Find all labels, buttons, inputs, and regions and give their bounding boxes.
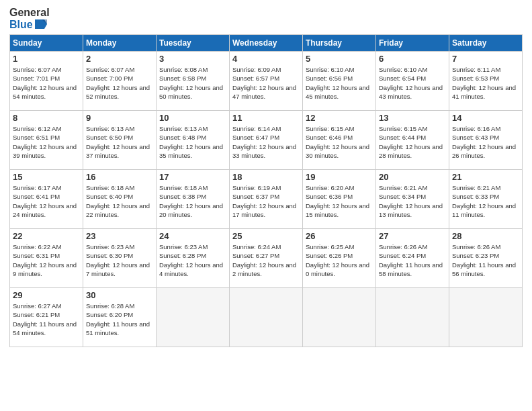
calendar-day-cell — [230, 288, 303, 347]
calendar-day-cell: 15Sunrise: 6:17 AMSunset: 6:41 PMDayligh… — [10, 170, 83, 229]
day-number: 13 — [379, 113, 446, 123]
weekday-header: Wednesday — [230, 35, 303, 52]
calendar-week-row: 29Sunrise: 6:27 AMSunset: 6:21 PMDayligh… — [10, 288, 523, 347]
day-detail: Sunrise: 6:25 AMSunset: 6:26 PMDaylight:… — [306, 242, 373, 278]
day-detail: Sunrise: 6:22 AMSunset: 6:31 PMDaylight:… — [13, 242, 80, 278]
day-number: 3 — [159, 54, 226, 64]
calendar-day-cell: 24Sunrise: 6:23 AMSunset: 6:28 PMDayligh… — [157, 229, 230, 288]
calendar-day-cell — [449, 288, 523, 347]
calendar-day-cell: 22Sunrise: 6:22 AMSunset: 6:31 PMDayligh… — [10, 229, 83, 288]
day-number: 16 — [86, 172, 153, 182]
day-detail: Sunrise: 6:20 AMSunset: 6:36 PMDaylight:… — [306, 183, 373, 219]
day-detail: Sunrise: 6:23 AMSunset: 6:28 PMDaylight:… — [159, 242, 226, 278]
day-detail: Sunrise: 6:26 AMSunset: 6:23 PMDaylight:… — [452, 242, 519, 278]
day-detail: Sunrise: 6:10 AMSunset: 6:56 PMDaylight:… — [306, 65, 373, 101]
day-number: 1 — [13, 54, 80, 64]
calendar-day-cell: 28Sunrise: 6:26 AMSunset: 6:23 PMDayligh… — [449, 229, 523, 288]
calendar-week-row: 22Sunrise: 6:22 AMSunset: 6:31 PMDayligh… — [10, 229, 523, 288]
day-number: 12 — [306, 113, 373, 123]
day-detail: Sunrise: 6:28 AMSunset: 6:20 PMDaylight:… — [86, 302, 153, 337]
day-number: 5 — [306, 54, 373, 64]
day-number: 10 — [159, 113, 226, 123]
day-detail: Sunrise: 6:07 AMSunset: 7:00 PMDaylight:… — [86, 65, 153, 101]
calendar-day-cell: 12Sunrise: 6:15 AMSunset: 6:46 PMDayligh… — [303, 111, 376, 170]
day-number: 14 — [452, 113, 519, 123]
day-number: 22 — [13, 231, 80, 241]
logo-general: General — [9, 7, 50, 19]
day-detail: Sunrise: 6:24 AMSunset: 6:27 PMDaylight:… — [232, 242, 300, 278]
weekday-header: Sunday — [10, 35, 83, 52]
calendar-day-cell: 21Sunrise: 6:21 AMSunset: 6:33 PMDayligh… — [449, 170, 523, 229]
calendar-table: SundayMondayTuesdayWednesdayThursdayFrid… — [9, 34, 523, 347]
day-detail: Sunrise: 6:08 AMSunset: 6:58 PMDaylight:… — [159, 65, 226, 101]
calendar-day-cell: 5Sunrise: 6:10 AMSunset: 6:56 PMDaylight… — [303, 52, 376, 111]
day-detail: Sunrise: 6:13 AMSunset: 6:48 PMDaylight:… — [159, 124, 226, 160]
calendar-day-cell: 16Sunrise: 6:18 AMSunset: 6:40 PMDayligh… — [83, 170, 157, 229]
calendar-day-cell: 25Sunrise: 6:24 AMSunset: 6:27 PMDayligh… — [230, 229, 303, 288]
weekday-header: Thursday — [303, 35, 376, 52]
day-number: 19 — [306, 172, 373, 182]
calendar-day-cell: 13Sunrise: 6:15 AMSunset: 6:44 PMDayligh… — [376, 111, 449, 170]
day-number: 23 — [86, 231, 153, 241]
calendar-week-row: 1Sunrise: 6:07 AMSunset: 7:01 PMDaylight… — [10, 52, 523, 111]
logo-wordmark: General Blue — [9, 7, 50, 30]
calendar-day-cell: 1Sunrise: 6:07 AMSunset: 7:01 PMDaylight… — [10, 52, 83, 111]
calendar-day-cell — [376, 288, 449, 347]
day-number: 7 — [452, 54, 519, 64]
calendar-day-cell: 9Sunrise: 6:13 AMSunset: 6:50 PMDaylight… — [83, 111, 157, 170]
day-number: 24 — [159, 231, 226, 241]
calendar-day-cell: 4Sunrise: 6:09 AMSunset: 6:57 PMDaylight… — [230, 52, 303, 111]
calendar-day-cell: 11Sunrise: 6:14 AMSunset: 6:47 PMDayligh… — [230, 111, 303, 170]
calendar-day-cell — [303, 288, 376, 347]
calendar-day-cell: 19Sunrise: 6:20 AMSunset: 6:36 PMDayligh… — [303, 170, 376, 229]
day-number: 26 — [306, 231, 373, 241]
logo: General Blue — [9, 7, 50, 30]
day-detail: Sunrise: 6:09 AMSunset: 6:57 PMDaylight:… — [232, 65, 300, 101]
day-detail: Sunrise: 6:16 AMSunset: 6:43 PMDaylight:… — [452, 124, 519, 160]
logo-flag-icon — [35, 19, 47, 29]
day-number: 15 — [13, 172, 80, 182]
weekday-header: Friday — [376, 35, 449, 52]
day-detail: Sunrise: 6:11 AMSunset: 6:53 PMDaylight:… — [452, 65, 519, 101]
day-number: 21 — [452, 172, 519, 182]
calendar-day-cell: 27Sunrise: 6:26 AMSunset: 6:24 PMDayligh… — [376, 229, 449, 288]
day-detail: Sunrise: 6:23 AMSunset: 6:30 PMDaylight:… — [86, 242, 153, 278]
page-header: General Blue — [9, 7, 523, 30]
day-detail: Sunrise: 6:21 AMSunset: 6:33 PMDaylight:… — [452, 183, 519, 219]
day-number: 17 — [159, 172, 226, 182]
calendar-day-cell: 26Sunrise: 6:25 AMSunset: 6:26 PMDayligh… — [303, 229, 376, 288]
calendar-day-cell: 10Sunrise: 6:13 AMSunset: 6:48 PMDayligh… — [157, 111, 230, 170]
day-detail: Sunrise: 6:18 AMSunset: 6:40 PMDaylight:… — [86, 183, 153, 219]
day-detail: Sunrise: 6:10 AMSunset: 6:54 PMDaylight:… — [379, 65, 446, 101]
calendar-day-cell: 30Sunrise: 6:28 AMSunset: 6:20 PMDayligh… — [83, 288, 157, 347]
logo-blue: Blue — [9, 19, 50, 31]
calendar-day-cell: 6Sunrise: 6:10 AMSunset: 6:54 PMDaylight… — [376, 52, 449, 111]
calendar-day-cell — [157, 288, 230, 347]
day-number: 27 — [379, 231, 446, 241]
day-detail: Sunrise: 6:26 AMSunset: 6:24 PMDaylight:… — [379, 242, 446, 278]
day-detail: Sunrise: 6:17 AMSunset: 6:41 PMDaylight:… — [13, 183, 80, 219]
day-detail: Sunrise: 6:19 AMSunset: 6:37 PMDaylight:… — [232, 183, 300, 219]
calendar-week-row: 15Sunrise: 6:17 AMSunset: 6:41 PMDayligh… — [10, 170, 523, 229]
day-detail: Sunrise: 6:27 AMSunset: 6:21 PMDaylight:… — [13, 302, 80, 337]
calendar-day-cell: 2Sunrise: 6:07 AMSunset: 7:00 PMDaylight… — [83, 52, 157, 111]
day-number: 20 — [379, 172, 446, 182]
calendar-day-cell: 8Sunrise: 6:12 AMSunset: 6:51 PMDaylight… — [10, 111, 83, 170]
day-detail: Sunrise: 6:12 AMSunset: 6:51 PMDaylight:… — [13, 124, 80, 160]
day-number: 30 — [86, 290, 153, 300]
day-detail: Sunrise: 6:21 AMSunset: 6:34 PMDaylight:… — [379, 183, 446, 219]
day-number: 11 — [232, 113, 300, 123]
day-detail: Sunrise: 6:14 AMSunset: 6:47 PMDaylight:… — [232, 124, 300, 160]
weekday-header: Saturday — [449, 35, 523, 52]
day-detail: Sunrise: 6:13 AMSunset: 6:50 PMDaylight:… — [86, 124, 153, 160]
day-detail: Sunrise: 6:15 AMSunset: 6:46 PMDaylight:… — [306, 124, 373, 160]
calendar-day-cell: 14Sunrise: 6:16 AMSunset: 6:43 PMDayligh… — [449, 111, 523, 170]
calendar-day-cell: 18Sunrise: 6:19 AMSunset: 6:37 PMDayligh… — [230, 170, 303, 229]
day-detail: Sunrise: 6:15 AMSunset: 6:44 PMDaylight:… — [379, 124, 446, 160]
day-number: 25 — [232, 231, 300, 241]
day-number: 9 — [86, 113, 153, 123]
page-container: General Blue SundayMondayTuesdayWednesda… — [0, 0, 532, 354]
calendar-week-row: 8Sunrise: 6:12 AMSunset: 6:51 PMDaylight… — [10, 111, 523, 170]
day-number: 8 — [13, 113, 80, 123]
calendar-day-cell: 29Sunrise: 6:27 AMSunset: 6:21 PMDayligh… — [10, 288, 83, 347]
